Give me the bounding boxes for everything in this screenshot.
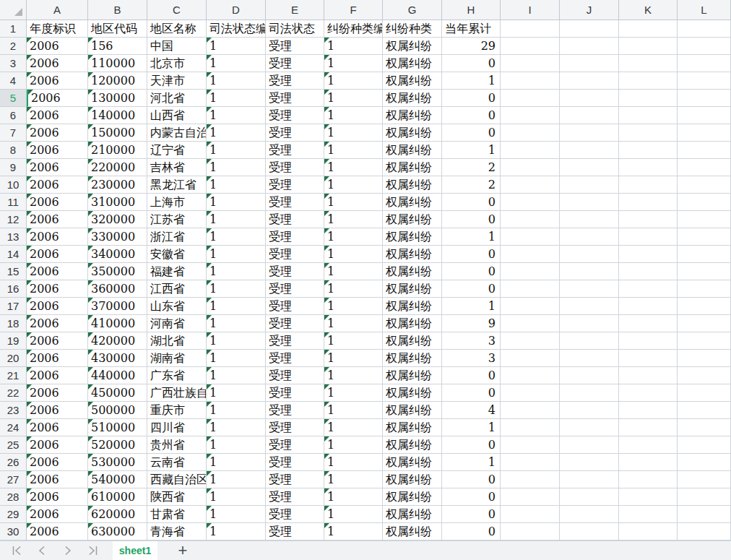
cell-J23[interactable]: [560, 402, 619, 419]
cell-D20[interactable]: 1: [207, 350, 266, 367]
cell-G25[interactable]: 权属纠纷: [383, 436, 442, 454]
cell-H23[interactable]: 4: [442, 402, 501, 419]
cell-H8[interactable]: 1: [442, 142, 501, 159]
cell-F29[interactable]: 1: [324, 506, 383, 523]
cell-C26[interactable]: 云南省: [147, 454, 207, 471]
cell-C7[interactable]: 内蒙古自治区: [147, 124, 207, 142]
row-header-28[interactable]: 28: [0, 488, 27, 506]
cell-I19[interactable]: [501, 332, 560, 350]
cell-I21[interactable]: [501, 367, 560, 384]
cell-L30[interactable]: [678, 523, 731, 540]
column-header-i[interactable]: I: [501, 0, 560, 20]
cell-A28[interactable]: 2006: [27, 488, 88, 506]
cell-K2[interactable]: [619, 38, 678, 55]
cell-C9[interactable]: 吉林省: [147, 159, 207, 176]
row-header-23[interactable]: 23: [0, 402, 27, 419]
cell-L4[interactable]: [678, 72, 731, 90]
cell-B25[interactable]: 520000: [88, 436, 147, 454]
cell-A22[interactable]: 2006: [27, 384, 88, 402]
cell-H11[interactable]: 0: [442, 194, 501, 211]
cell-G18[interactable]: 权属纠纷: [383, 315, 442, 332]
cell-J9[interactable]: [560, 159, 619, 176]
row-header-18[interactable]: 18: [0, 315, 27, 332]
cell-F14[interactable]: 1: [324, 246, 383, 263]
cell-J11[interactable]: [560, 194, 619, 211]
cell-A15[interactable]: 2006: [27, 263, 88, 280]
cell-C13[interactable]: 浙江省: [147, 228, 207, 246]
cell-B22[interactable]: 450000: [88, 384, 147, 402]
cell-J8[interactable]: [560, 142, 619, 159]
cell-F20[interactable]: 1: [324, 350, 383, 367]
cell-J28[interactable]: [560, 488, 619, 506]
row-header-8[interactable]: 8: [0, 142, 27, 159]
cell-E14[interactable]: 受理: [266, 246, 324, 263]
cell-I27[interactable]: [501, 471, 560, 488]
cell-G16[interactable]: 权属纠纷: [383, 280, 442, 298]
cell-E20[interactable]: 受理: [266, 350, 324, 367]
row-header-24[interactable]: 24: [0, 419, 27, 436]
cell-J5[interactable]: [560, 90, 619, 107]
cell-G14[interactable]: 权属纠纷: [383, 246, 442, 263]
cell-E19[interactable]: 受理: [266, 332, 324, 350]
row-header-9[interactable]: 9: [0, 159, 27, 176]
cell-E5[interactable]: 受理: [266, 90, 324, 107]
column-header-k[interactable]: K: [619, 0, 678, 20]
cell-L2[interactable]: [678, 38, 731, 55]
cell-I26[interactable]: [501, 454, 560, 471]
cell-K11[interactable]: [619, 194, 678, 211]
cell-C18[interactable]: 河南省: [147, 315, 207, 332]
cell-J29[interactable]: [560, 506, 619, 523]
cell-E24[interactable]: 受理: [266, 419, 324, 436]
cell-J15[interactable]: [560, 263, 619, 280]
cell-L27[interactable]: [678, 471, 731, 488]
cell-C6[interactable]: 山西省: [147, 107, 207, 124]
cell-K10[interactable]: [619, 176, 678, 194]
column-header-j[interactable]: J: [560, 0, 619, 20]
cell-D5[interactable]: 1: [207, 90, 266, 107]
cell-H21[interactable]: 0: [442, 367, 501, 384]
cell-J24[interactable]: [560, 419, 619, 436]
cell-L15[interactable]: [678, 263, 731, 280]
cell-K4[interactable]: [619, 72, 678, 90]
cell-L5[interactable]: [678, 90, 731, 107]
cell-A19[interactable]: 2006: [27, 332, 88, 350]
cell-D7[interactable]: 1: [207, 124, 266, 142]
cell-J30[interactable]: [560, 523, 619, 540]
cell-D18[interactable]: 1: [207, 315, 266, 332]
cell-C8[interactable]: 辽宁省: [147, 142, 207, 159]
add-sheet-button[interactable]: +: [175, 542, 191, 559]
cell-A6[interactable]: 2006: [27, 107, 88, 124]
cell-J26[interactable]: [560, 454, 619, 471]
cell-G29[interactable]: 权属纠纷: [383, 506, 442, 523]
cell-J14[interactable]: [560, 246, 619, 263]
cell-G5[interactable]: 权属纠纷: [383, 90, 442, 107]
cell-L17[interactable]: [678, 298, 731, 315]
cell-D1[interactable]: 司法状态编号: [207, 20, 266, 38]
cell-I2[interactable]: [501, 38, 560, 55]
cell-H14[interactable]: 0: [442, 246, 501, 263]
cell-I9[interactable]: [501, 159, 560, 176]
cell-I11[interactable]: [501, 194, 560, 211]
cell-K21[interactable]: [619, 367, 678, 384]
cell-D15[interactable]: 1: [207, 263, 266, 280]
cell-E17[interactable]: 受理: [266, 298, 324, 315]
cell-G8[interactable]: 权属纠纷: [383, 142, 442, 159]
cell-D10[interactable]: 1: [207, 176, 266, 194]
cell-J27[interactable]: [560, 471, 619, 488]
cell-L13[interactable]: [678, 228, 731, 246]
cell-I28[interactable]: [501, 488, 560, 506]
cell-G28[interactable]: 权属纠纷: [383, 488, 442, 506]
cell-F12[interactable]: 1: [324, 211, 383, 228]
cell-I10[interactable]: [501, 176, 560, 194]
cell-H24[interactable]: 1: [442, 419, 501, 436]
cell-I23[interactable]: [501, 402, 560, 419]
cell-E4[interactable]: 受理: [266, 72, 324, 90]
cell-F17[interactable]: 1: [324, 298, 383, 315]
cell-B16[interactable]: 360000: [88, 280, 147, 298]
cell-K22[interactable]: [619, 384, 678, 402]
cell-D8[interactable]: 1: [207, 142, 266, 159]
cell-B24[interactable]: 510000: [88, 419, 147, 436]
cell-D24[interactable]: 1: [207, 419, 266, 436]
cell-F13[interactable]: 1: [324, 228, 383, 246]
cell-H28[interactable]: 0: [442, 488, 501, 506]
